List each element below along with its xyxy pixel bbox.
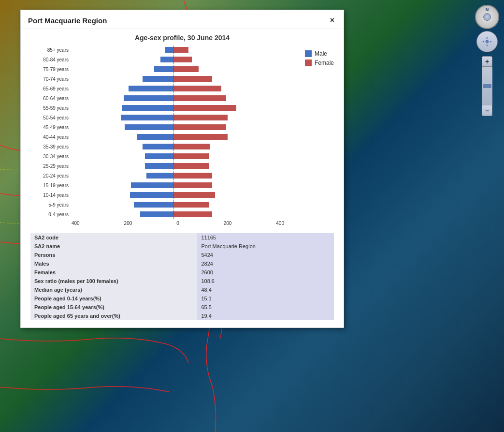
- popup-title: Port Macquarie Region: [28, 16, 107, 25]
- female-bar: [173, 66, 199, 72]
- male-side: [72, 201, 173, 208]
- table-label: Sex ratio (males per 100 females): [30, 277, 197, 285]
- zoom-thumb[interactable]: [483, 84, 491, 88]
- pan-button[interactable]: [476, 31, 498, 52]
- male-bar: [145, 163, 173, 169]
- zoom-out-button[interactable]: −: [482, 105, 492, 116]
- chart-section: Age-sex profile, 30 June 2014 85+ years …: [21, 29, 344, 231]
- bar-row: 75-79 years: [30, 65, 295, 74]
- age-label: 30-34 years: [30, 154, 72, 159]
- female-side: [173, 134, 284, 140]
- table-value: 15.1: [197, 294, 334, 303]
- female-bar: [173, 115, 228, 120]
- male-bar: [125, 124, 173, 130]
- x-label-400-left: 400: [72, 221, 80, 226]
- table-value: 48.4: [197, 285, 334, 294]
- bar-row: 40-44 years: [30, 133, 295, 141]
- bars-container: [72, 65, 284, 74]
- table-row: Females 2600: [30, 268, 334, 277]
- female-side: [173, 124, 284, 131]
- close-button[interactable]: ×: [328, 16, 336, 25]
- table-value: 65.5: [197, 303, 334, 312]
- male-bar: [143, 76, 173, 82]
- zoom-in-button[interactable]: +: [482, 56, 492, 67]
- popup: Port Macquarie Region × Age-sex profile,…: [20, 10, 344, 328]
- age-label: 5-9 years: [30, 202, 72, 208]
- female-bar: [173, 57, 192, 62]
- center-divider: [173, 200, 173, 209]
- center-divider: [173, 55, 173, 64]
- pan-icon: [481, 36, 493, 47]
- table-row: Males 2824: [30, 259, 334, 268]
- table-row: People aged 65 years and over(%) 19.4: [30, 312, 334, 320]
- center-divider: [173, 133, 173, 141]
- male-bar: [154, 66, 173, 72]
- zoom-track[interactable]: [482, 67, 492, 105]
- bars-container: [72, 113, 284, 122]
- legend: Male Female: [305, 50, 334, 66]
- age-label: 60-64 years: [30, 96, 72, 101]
- female-side: [173, 56, 284, 63]
- male-bar: [160, 57, 173, 62]
- legend-male-box: [305, 50, 312, 57]
- male-bar: [140, 211, 173, 217]
- x-label-0: 0: [176, 221, 179, 226]
- bar-row: 0-4 years: [30, 210, 295, 219]
- map-controls: N + −: [475, 5, 499, 116]
- male-side: [72, 104, 173, 111]
- table-label: People aged 0-14 years(%): [30, 294, 197, 303]
- table-row: People aged 0-14 years(%) 15.1: [30, 294, 334, 303]
- table-label: SA2 name: [30, 242, 197, 251]
- center-divider: [173, 123, 173, 132]
- male-side: [72, 114, 173, 121]
- bar-row: 35-39 years: [30, 142, 295, 151]
- legend-male-label: Male: [315, 50, 327, 57]
- table-row: Persons 5424: [30, 251, 334, 259]
- bars-container: [72, 84, 284, 93]
- bar-row: 65-69 years: [30, 84, 295, 93]
- male-bar: [129, 86, 173, 91]
- female-bar: [173, 144, 210, 149]
- female-bar: [173, 95, 226, 101]
- age-label: 35-39 years: [30, 144, 72, 149]
- legend-female-box: [305, 60, 312, 66]
- bar-row: 55-59 years: [30, 104, 295, 112]
- male-bar: [122, 105, 173, 111]
- center-divider: [173, 45, 173, 54]
- bar-row: 20-24 years: [30, 171, 295, 180]
- table-row: SA2 name Port Macquarie Region: [30, 242, 334, 251]
- female-side: [173, 153, 284, 160]
- center-divider: [173, 142, 173, 151]
- male-bar: [131, 182, 173, 188]
- male-bar: [137, 134, 173, 140]
- bar-row: 80-84 years: [30, 55, 295, 64]
- table-value: 2824: [197, 259, 334, 268]
- age-label: 50-54 years: [30, 115, 72, 120]
- female-bar: [173, 86, 221, 91]
- male-side: [72, 46, 173, 53]
- bar-row: 85+ years: [30, 45, 295, 54]
- age-label: 55-59 years: [30, 105, 72, 111]
- male-side: [72, 211, 173, 218]
- female-side: [173, 201, 284, 208]
- male-bar: [146, 173, 173, 179]
- table-value: Port Macquarie Region: [197, 242, 334, 251]
- male-side: [72, 182, 173, 189]
- center-divider: [173, 162, 173, 170]
- female-bar: [173, 211, 212, 217]
- female-bar: [173, 163, 209, 169]
- bars-container: [72, 162, 284, 170]
- table-row: People aged 15-64 years(%) 65.5: [30, 303, 334, 312]
- table-value: 2600: [197, 268, 334, 277]
- male-side: [72, 172, 173, 179]
- female-side: [173, 182, 284, 189]
- legend-female-label: Female: [315, 60, 334, 66]
- female-side: [173, 66, 284, 73]
- bars-container: [72, 55, 284, 64]
- compass-center: [483, 13, 491, 21]
- female-side: [173, 75, 284, 82]
- center-divider: [173, 65, 173, 74]
- center-divider: [173, 84, 173, 93]
- age-label: 10-14 years: [30, 193, 72, 198]
- male-bar: [121, 115, 173, 120]
